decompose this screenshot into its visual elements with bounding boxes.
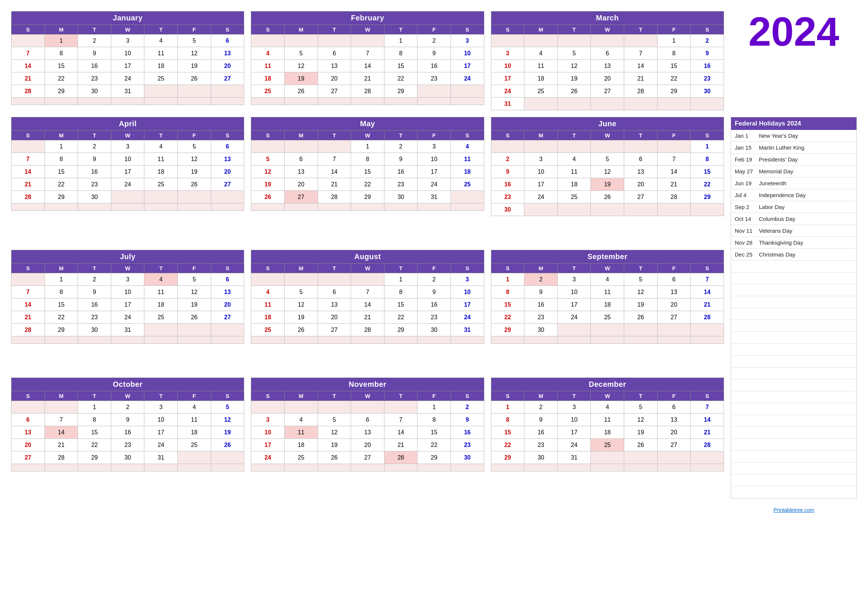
calendar-cell (211, 98, 244, 105)
holiday-name: Columbus Day (759, 216, 795, 222)
calendar-cell (284, 273, 318, 286)
calendar-cell: 11 (591, 286, 624, 298)
calendar-cell: 12 (211, 414, 244, 426)
calendar-cell (557, 203, 591, 216)
calendar-cell: 6 (211, 273, 244, 286)
calendar-cell: 16 (78, 298, 111, 311)
calendar-cell: 18 (251, 311, 285, 324)
calendar-april: AprilSMTWTFS1234567891011121314151617181… (11, 117, 244, 211)
calendar-cell: 22 (78, 439, 111, 451)
calendar-cell: 26 (251, 191, 285, 203)
calendar-cell: 26 (284, 324, 318, 336)
calendar-cell: 9 (384, 153, 417, 166)
calendar-cell: 9 (78, 286, 111, 298)
calendar-june: JuneSMTWTFS12345678910111213141516171819… (491, 117, 724, 216)
calendar-cell: 17 (557, 298, 591, 311)
calendar-cell: 2 (524, 273, 558, 286)
calendar-cell: 29 (691, 191, 724, 203)
calendar-cell: 14 (384, 426, 417, 439)
calendar-cell: 26 (178, 178, 211, 191)
calendar-cell: 31 (417, 191, 451, 203)
calendar-cell (591, 336, 624, 344)
calendar-cell: 18 (451, 166, 484, 178)
calendar-cell: 16 (417, 298, 451, 311)
calendar-cell: 27 (624, 191, 657, 203)
calendar-cell: 9 (524, 286, 558, 298)
month-september: SeptemberSMTWTFS123456789101112131415161… (491, 250, 724, 371)
day-header-5: F (417, 25, 451, 34)
calendar-cell (318, 401, 351, 414)
calendar-cell: 1 (45, 34, 78, 47)
day-header-0: S (491, 391, 524, 401)
calendar-cell: 8 (45, 286, 78, 298)
calendar-cell: 17 (417, 166, 451, 178)
day-header-2: T (557, 131, 591, 140)
calendar-cell (251, 401, 285, 414)
calendar-cell (657, 140, 691, 153)
calendar-cell: 19 (284, 72, 318, 85)
calendar-cell: 27 (211, 178, 244, 191)
calendar-cell: 13 (318, 60, 351, 72)
calendar-cell: 11 (557, 166, 591, 178)
calendar-cell: 13 (657, 286, 691, 298)
calendar-cell: 16 (524, 298, 558, 311)
calendar-cell: 7 (318, 153, 351, 166)
calendar-cell: 22 (384, 72, 417, 85)
calendar-cell (624, 464, 657, 471)
calendar-cell: 23 (491, 191, 524, 203)
calendar-cell (178, 203, 211, 211)
calendar-cell: 3 (451, 273, 484, 286)
day-header-4: T (144, 131, 178, 140)
calendar-cell: 22 (45, 178, 78, 191)
calendar-cell: 25 (591, 311, 624, 324)
day-header-1: M (45, 131, 78, 140)
holiday-name: Labor Day (759, 204, 784, 210)
calendar-cell: 23 (417, 72, 451, 85)
calendar-cell: 30 (491, 203, 524, 216)
calendar-cell: 8 (657, 47, 691, 60)
calendar-cell: 4 (251, 47, 285, 60)
calendar-cell: 30 (451, 451, 484, 464)
calendar-cell: 18 (251, 72, 285, 85)
calendar-cell (624, 336, 657, 344)
calendar-cell: 9 (691, 47, 724, 60)
calendar-cell: 9 (451, 414, 484, 426)
calendar-cell: 12 (284, 298, 318, 311)
calendar-cell: 15 (351, 166, 384, 178)
calendar-cell: 5 (591, 153, 624, 166)
calendar-cell: 20 (624, 178, 657, 191)
printable-link[interactable]: Printabletree.com (731, 505, 857, 513)
calendar-cell: 2 (111, 401, 144, 414)
calendar-cell: 25 (451, 178, 484, 191)
day-header-3: W (591, 391, 624, 401)
calendar-cell: 23 (78, 178, 111, 191)
calendar-cell: 5 (178, 273, 211, 286)
main-layout: 2024 JanuarySMTWTFS123456789101112131415… (11, 11, 857, 513)
calendar-cell (11, 203, 45, 211)
calendar-cell (45, 98, 78, 105)
calendar-cell: 8 (45, 153, 78, 166)
calendar-cell: 27 (318, 324, 351, 336)
calendar-cell (318, 98, 351, 105)
holiday-name: Martin Luther King (759, 144, 804, 151)
calendar-cell: 25 (144, 72, 178, 85)
day-header-1: M (284, 25, 318, 34)
calendar-cell (451, 464, 484, 471)
calendar-cell: 1 (491, 401, 524, 414)
holiday-row: May 27Memorial Day (731, 166, 857, 177)
calendar-cell: 17 (451, 298, 484, 311)
holiday-row-empty (731, 356, 857, 367)
calendar-cell: 3 (524, 153, 558, 166)
calendar-cell (318, 464, 351, 471)
calendar-cell: 12 (318, 426, 351, 439)
calendar-cell (657, 451, 691, 464)
calendar-cell: 10 (111, 47, 144, 60)
calendar-cell (624, 98, 657, 110)
holidays-header: Federal Holidays 2024 (731, 117, 857, 130)
calendar-cell: 8 (351, 153, 384, 166)
holiday-date: Jul 4 (735, 192, 759, 198)
calendar-cell: 20 (211, 166, 244, 178)
calendar-cell: 28 (624, 85, 657, 98)
calendar-cell (417, 336, 451, 344)
calendar-cell: 3 (557, 273, 591, 286)
